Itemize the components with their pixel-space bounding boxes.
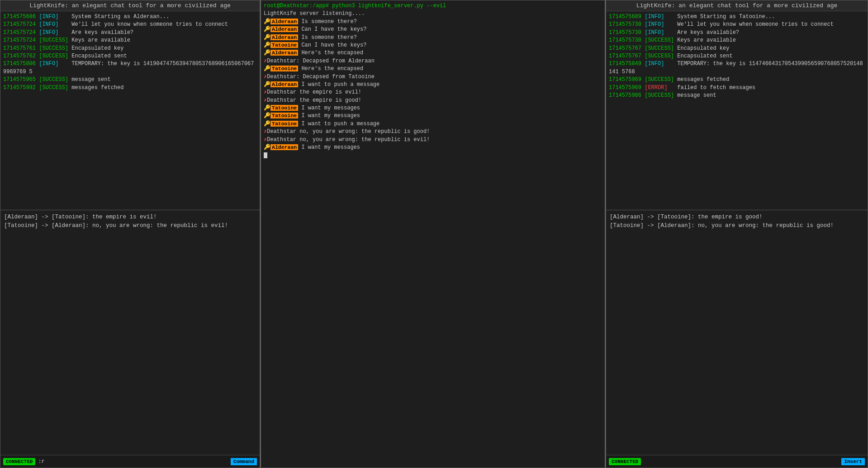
log-line: 1714575767 [SUCCESS] Encapsulated key: [609, 45, 865, 52]
log-line: 1714575762 [SUCCESS] Encapsulated sent: [3, 52, 257, 60]
key-icon: 🔑: [264, 34, 270, 41]
sender-badge: Alderaan: [270, 26, 298, 32]
log-line: 1714575761 [SUCCESS] Encapsulated key: [3, 45, 257, 52]
message-line: [Alderaan] -> [Tatooine]: the empire is …: [4, 213, 256, 222]
chat-line: ✗Deathstar: Decapsed from Tatooine: [264, 73, 602, 81]
left-panel-statusbar: CONNECTED :r Command: [0, 455, 260, 468]
message-line: [Alderaan] -> [Tatooine]: the empire is …: [610, 213, 864, 222]
terminal-line: LightKnife server listening....: [264, 10, 602, 18]
sender-badge: Tatooine: [270, 121, 298, 127]
middle-panel: root@Deathstar:/app# python3 lightknife_…: [260, 0, 606, 468]
left-panel-spacer: [0, 260, 260, 455]
left-panel-title: LightKnife: an elegant chat tool for a m…: [0, 0, 260, 11]
chat-line: 🔑Alderaan Can I have the keys?: [264, 26, 602, 33]
log-line: 1714575965 [SUCCESS] message sent: [3, 76, 257, 84]
left-panel-log: 1714575686 [INFO] System Starting as Ald…: [0, 11, 260, 210]
log-line: 1714575724 [SUCCESS] Keys are available: [3, 37, 257, 44]
log-line: 1714575730 [SUCCESS] Keys are available: [609, 37, 865, 44]
key-icon: 🔑: [264, 19, 270, 25]
chat-line: [264, 151, 602, 159]
left-status-connected: CONNECTED: [3, 458, 35, 465]
key-icon: 🔑: [264, 42, 270, 48]
sender-badge: Tatooine: [270, 42, 298, 48]
sender-badge: Alderaan: [270, 81, 298, 87]
chat-line: 🔑Tatooine I want my messages: [264, 104, 602, 112]
log-line: 1714575730 [INFO] We'll let you know whe…: [609, 21, 865, 28]
sender-badge: Alderaan: [270, 144, 298, 150]
chat-line: 🔑Tatooine I want to push a message: [264, 120, 602, 128]
chat-line: 🔑Alderaan Here's the encapsed: [264, 49, 602, 57]
log-line: 1714575724 [INFO] Are keys available?: [3, 29, 257, 37]
right-panel-messages: [Alderaan] -> [Tatooine]: the empire is …: [606, 210, 868, 260]
log-line: 1714575724 [INFO] We'll let you know whe…: [3, 21, 257, 28]
key-icon: 🔑: [264, 26, 270, 33]
left-panel-messages: [Alderaan] -> [Tatooine]: the empire is …: [0, 210, 260, 260]
log-line: 1714575689 [INFO] System Starting as Tat…: [609, 13, 865, 21]
log-line: 1714575992 [SUCCESS] messages fetched: [3, 84, 257, 92]
log-line: 1714575686 [INFO] System Starting as Ald…: [3, 13, 257, 21]
left-status-input[interactable]: :r: [38, 459, 228, 465]
chat-line: 🔑Alderaan Is someone there?: [264, 18, 602, 26]
right-panel-log: 1714575689 [INFO] System Starting as Tat…: [606, 11, 868, 210]
middle-panel-log: root@Deathstar:/app# python3 lightknife_…: [261, 0, 605, 468]
chat-line: 🔑Alderaan I want my messages: [264, 144, 602, 151]
sender-badge: Tatooine: [270, 113, 298, 118]
message-line: [Tatooine] -> [Alderaan]: no, you are wr…: [610, 222, 864, 230]
log-line: 1714575849 [INFO] TEMPORARY: the key is …: [609, 60, 865, 76]
left-panel: LightKnife: an elegant chat tool for a m…: [0, 0, 260, 468]
chat-line: ✗Deathstar the empire is evil!: [264, 89, 602, 96]
sender-badge: Tatooine: [270, 66, 298, 71]
right-panel-spacer: [606, 260, 868, 455]
sender-badge: Alderaan: [270, 50, 298, 56]
key-icon: 🔑: [264, 121, 270, 127]
chat-line: ✗Deathstar the empire is good!: [264, 97, 602, 104]
chat-line: 🔑Tatooine Here's the encapsed: [264, 65, 602, 73]
message-line: [Tatooine] -> [Alderaan]: no, you are wr…: [4, 222, 256, 230]
chat-line: ✗Deathstar: Decapsed from Alderaan: [264, 57, 602, 65]
log-line: 1714575969 [SUCCESS] messages fetched: [609, 76, 865, 84]
sender-badge: Alderaan: [270, 34, 298, 40]
key-icon: 🔑: [264, 105, 270, 111]
key-icon: 🔑: [264, 50, 270, 56]
right-panel: LightKnife: an elegant chat tool for a m…: [606, 0, 868, 468]
log-line: 1714575806 [INFO] TEMPORARY: the key is …: [3, 60, 257, 76]
terminal-line: root@Deathstar:/app# python3 lightknife_…: [264, 2, 602, 10]
sender-badge: Tatooine: [270, 105, 298, 111]
chat-line: 🔑Tatooine Can I have the keys?: [264, 42, 602, 49]
cursor: [264, 152, 267, 158]
log-line: 1714575969 [ERROR] failed to fetch messa…: [609, 84, 865, 92]
sender-badge: Alderaan: [270, 19, 298, 24]
log-line: 1714575986 [SUCCESS] message sent: [609, 92, 865, 99]
log-line: 1714575767 [SUCCESS] Encapsulated sent: [609, 52, 865, 60]
chat-line: 🔑Alderaan I want to push a message: [264, 81, 602, 89]
right-status-connected: CONNECTED: [609, 458, 641, 465]
right-status-mode: Insert: [841, 458, 865, 465]
chat-line: ✗Deathstar no, you are wrong: the republ…: [264, 136, 602, 144]
key-icon: 🔑: [264, 113, 270, 119]
right-panel-title: LightKnife: an elegant chat tool for a m…: [606, 0, 868, 11]
chat-line: ✗Deathstar no, you are wrong: the republ…: [264, 128, 602, 136]
chat-line: 🔑Tatooine I want my messages: [264, 112, 602, 120]
key-icon: 🔑: [264, 66, 270, 72]
key-icon: 🔑: [264, 144, 270, 151]
key-icon: 🔑: [264, 81, 270, 88]
right-panel-statusbar: CONNECTED Insert: [606, 455, 868, 468]
chat-line: 🔑Alderaan Is someone there?: [264, 34, 602, 42]
log-line: 1714575730 [INFO] Are keys available?: [609, 29, 865, 37]
left-status-mode: Command: [231, 458, 257, 465]
